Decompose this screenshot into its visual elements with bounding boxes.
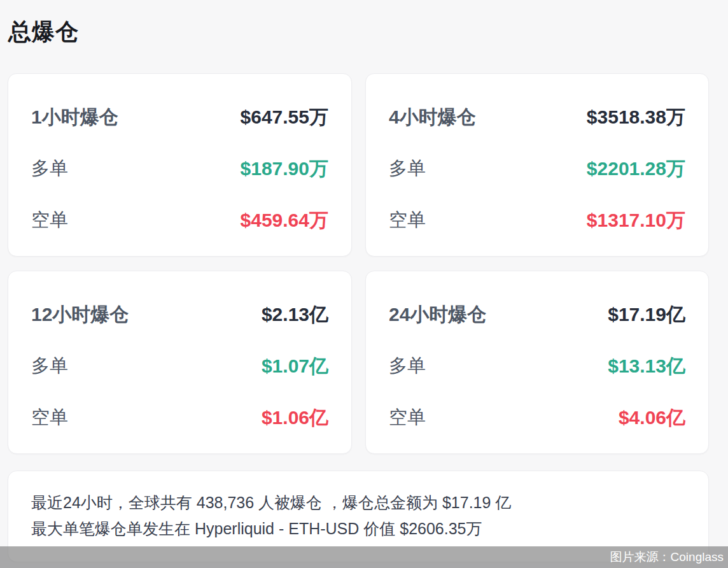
short-value: $459.64万 <box>241 208 328 234</box>
period-label: 12小时爆仓 <box>31 302 129 328</box>
short-label: 空单 <box>389 208 426 233</box>
short-row: 空单 $4.06亿 <box>389 405 685 430</box>
short-row: 空单 $459.64万 <box>31 208 328 233</box>
long-value: $2201.28万 <box>587 156 685 182</box>
period-label: 4小时爆仓 <box>389 104 476 131</box>
short-label: 空单 <box>389 405 426 430</box>
short-value: $1.06亿 <box>262 405 328 431</box>
short-row: 空单 $1.06亿 <box>31 405 328 430</box>
total-value: $647.55万 <box>241 104 328 131</box>
card-1h-liquidation: 1小时爆仓 $647.55万 多单 $187.90万 空单 $459.64万 <box>8 73 352 257</box>
period-label: 24小时爆仓 <box>389 302 486 328</box>
long-label: 多单 <box>389 353 426 379</box>
total-value: $2.13亿 <box>262 302 328 328</box>
watermark-bar: 图片来源：Coinglass <box>0 546 728 568</box>
long-value: $13.13亿 <box>608 353 685 380</box>
page-title: 总爆仓 <box>8 17 79 48</box>
long-label: 多单 <box>31 353 68 379</box>
liquidation-cards-grid: 1小时爆仓 $647.55万 多单 $187.90万 空单 $459.64万 4… <box>8 73 709 454</box>
card-header-row: 4小时爆仓 $3518.38万 <box>389 104 685 130</box>
card-12h-liquidation: 12小时爆仓 $2.13亿 多单 $1.07亿 空单 $1.06亿 <box>8 271 352 454</box>
card-4h-liquidation: 4小时爆仓 $3518.38万 多单 $2201.28万 空单 $1317.10… <box>365 73 709 257</box>
short-value: $4.06亿 <box>619 405 685 431</box>
card-header-row: 12小时爆仓 $2.13亿 <box>31 302 328 327</box>
long-label: 多单 <box>389 156 426 181</box>
short-value: $1317.10万 <box>587 208 685 234</box>
long-row: 多单 $187.90万 <box>31 156 328 181</box>
long-row: 多单 $1.07亿 <box>31 353 328 379</box>
long-value: $187.90万 <box>241 156 328 182</box>
watermark-source-label: 图片来源：Coinglass <box>610 549 724 565</box>
short-row: 空单 $1317.10万 <box>389 208 685 233</box>
card-header-row: 24小时爆仓 $17.19亿 <box>389 302 685 327</box>
summary-line-1: 最近24小时，全球共有 438,736 人被爆仓 ，爆仓总金额为 $17.19 … <box>31 490 685 516</box>
short-label: 空单 <box>31 208 68 233</box>
total-value: $3518.38万 <box>587 104 685 131</box>
short-label: 空单 <box>31 405 68 430</box>
total-value: $17.19亿 <box>608 302 685 328</box>
long-value: $1.07亿 <box>262 353 328 380</box>
long-row: 多单 $13.13亿 <box>389 353 685 379</box>
summary-line-2: 最大单笔爆仓单发生在 Hyperliquid - ETH-USD 价值 $260… <box>31 516 685 542</box>
card-header-row: 1小时爆仓 $647.55万 <box>31 104 328 130</box>
long-label: 多单 <box>31 156 68 181</box>
long-row: 多单 $2201.28万 <box>389 156 685 181</box>
period-label: 1小时爆仓 <box>31 104 118 131</box>
card-24h-liquidation: 24小时爆仓 $17.19亿 多单 $13.13亿 空单 $4.06亿 <box>365 271 709 454</box>
